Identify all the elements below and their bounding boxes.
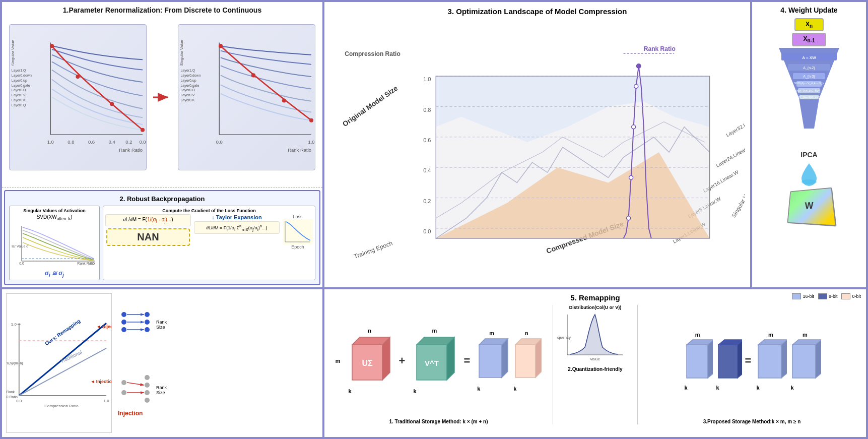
legend-0bit: 0-bit: [841, 293, 861, 299]
k-label-r2: k: [513, 386, 516, 392]
svg-point-109: [145, 383, 150, 388]
formula2-box: ∂L/∂M = F(1/σi·ΣKn=0(σj/σi)n...): [194, 221, 280, 234]
injection-visual: RankSize: [118, 372, 167, 408]
m-label-r1: m: [489, 330, 494, 336]
svg-point-110: [145, 390, 150, 395]
k-label-m3-r1: k: [756, 385, 759, 391]
svg-text:max(m,n)/(m+n): max(m,n)/(m+n): [7, 361, 23, 365]
bit-legend: 16-bit 8-bit 0-bit: [792, 293, 861, 299]
n-label-r: n: [525, 330, 528, 336]
injection-group: RankSize Injection: [118, 372, 167, 417]
svg-point-11: [110, 102, 114, 106]
k-label1: k: [349, 388, 352, 394]
section-bottom-left: 1.0 0.0 1.0 Compression Ratio max(m,n)/(…: [1, 288, 323, 438]
svg-text:WV_{An-3}G_kV^T: WV_{An-3}G_kV^T: [796, 96, 822, 99]
loss-curve-svg: [283, 219, 313, 244]
svg-text:Training Epoch: Training Epoch: [353, 239, 394, 260]
section2-body: Singular Values of Activation SVD(XWatte…: [9, 206, 315, 280]
rank-label-1: RankSize: [156, 320, 167, 330]
svg-marker-141: [792, 345, 816, 378]
svg-text:◄ Injection: ◄ Injection: [90, 379, 111, 384]
svg-text:◄ Bijection: ◄ Bijection: [96, 324, 111, 329]
svg-text:Compression Ratio: Compression Ratio: [44, 404, 79, 408]
m3r2-svg: [788, 339, 821, 382]
k-label-m3-1: k: [685, 385, 688, 391]
section2-left-panel: Singular Values of Activation SVD(XWatte…: [9, 206, 100, 280]
landscape-container: Compression Ratio Original Model Size 0.…: [329, 20, 745, 275]
svg-text:Layer24.Linear.W: Layer24.Linear.W: [715, 144, 745, 168]
svg-text:0.4: 0.4: [423, 167, 431, 173]
svg-marker-135: [718, 345, 738, 378]
svg-text:Original Model Size: Original Model Size: [341, 84, 399, 129]
svg-marker-138: [758, 345, 781, 378]
svg-marker-143: [816, 340, 821, 378]
injection-diagram: RankSize: [116, 293, 186, 433]
svg-line-112: [127, 383, 144, 385]
section1: 1.Parameter Renormalization: From Discre…: [2, 2, 322, 188]
section2: 2. Robust Backpropagation Singular Value…: [4, 190, 320, 285]
svg-point-101: [145, 320, 150, 325]
w-matrix: W: [787, 187, 836, 226]
landscape-svg: Compression Ratio Original Model Size 0.…: [329, 20, 745, 275]
section-top-left: 1.Parameter Renormalization: From Discre…: [1, 1, 323, 288]
method1-label: 1. Traditional Storage Method: k × (m + …: [389, 419, 488, 424]
svg-text:1.0: 1.0: [423, 76, 431, 82]
svg-point-54: [636, 64, 641, 69]
legend-8bit-label: 8-bit: [829, 294, 838, 299]
svg-text:A_{n-2}: A_{n-2}: [803, 66, 815, 70]
main-container: 1.Parameter Renormalization: From Discre…: [0, 0, 868, 439]
svg-text:0.6: 0.6: [88, 139, 95, 145]
svg-point-12: [141, 128, 145, 132]
legend-0bit-label: 0-bit: [852, 294, 861, 299]
svg-text:0.0: 0.0: [19, 262, 24, 265]
svg-text:Frequency: Frequency: [557, 335, 571, 340]
formula-group: ∂L/∂M = F(1/(σi - σj)...) NAN: [105, 214, 191, 247]
equals1: =: [463, 354, 470, 367]
svg-point-20: [251, 73, 255, 77]
ipca-label: IPCA: [800, 151, 817, 159]
k-label2: k: [413, 388, 416, 394]
k-label-m3-r2: k: [790, 385, 793, 391]
chart1: Singular Value Layer1.QLayer0.downLayer0…: [9, 24, 147, 170]
svg-text:Rank Ratio: Rank Ratio: [288, 147, 312, 153]
m-label-m3-r1: m: [768, 332, 773, 338]
svg-text:0.0: 0.0: [16, 399, 22, 403]
method2: Distribution(Col(U or V)) Frequency Valu…: [553, 305, 633, 424]
m3t2-svg: [714, 339, 742, 382]
sigma-approx: σi ≅ σj: [12, 270, 97, 278]
svg-text:Ours: Remapping: Ours: Remapping: [44, 318, 81, 347]
m3-r2: m k: [788, 339, 821, 384]
legend-16bit-label: 16-bit: [803, 294, 814, 299]
svg-point-64: [629, 175, 633, 179]
loss-label: Loss: [293, 214, 302, 219]
svg-line-92: [19, 348, 106, 396]
svg-marker-132: [687, 345, 708, 378]
svg-text:1.0: 1.0: [104, 399, 110, 403]
svg-point-9: [50, 44, 54, 48]
chart1-layer-labels: Layer1.QLayer0.downLayer0.upLayer0.gateL…: [12, 68, 32, 107]
svg-text:0.2: 0.2: [423, 198, 431, 204]
method3-left-tensors: m k: [683, 339, 742, 384]
svg-text:0.2: 0.2: [125, 139, 132, 145]
taylor-group: ↓ Taylor Expansion ∂L/∂M = F(1/σi·ΣKn=0(…: [194, 214, 280, 235]
activation-chart: Singular Value σ Rank Ratio 0.0 1.0: [12, 223, 97, 269]
distribution-chart: Frequency Value: [557, 312, 628, 362]
rt2-svg: [511, 337, 542, 383]
equals2: =: [745, 354, 752, 367]
gradient-content: ∂L/∂M = F(1/(σi - σj)...) NAN ↓ Taylor E…: [105, 214, 313, 249]
svg-text:0.0: 0.0: [139, 139, 146, 145]
legend-16bit: 16-bit: [792, 293, 814, 299]
epoch-label: Epoch: [291, 244, 304, 249]
result-tensors1: m k n: [474, 337, 542, 385]
svg-point-79: [802, 179, 817, 184]
k-label-r1: k: [477, 386, 480, 392]
method3: m k: [637, 305, 862, 424]
section2-right-panel: Compute the Gradient of the Loss Functio…: [103, 206, 315, 280]
remapping-svg: 1.0 0.0 1.0 Compression Ratio max(m,n)/(…: [7, 294, 111, 432]
svg-point-100: [145, 312, 150, 317]
svg-text:0.8: 0.8: [68, 139, 74, 145]
arrow-right: [152, 90, 172, 105]
m-label-m3-1: m: [695, 332, 700, 338]
svg-marker-116: [382, 337, 390, 380]
legend-16bit-color: [792, 293, 801, 299]
